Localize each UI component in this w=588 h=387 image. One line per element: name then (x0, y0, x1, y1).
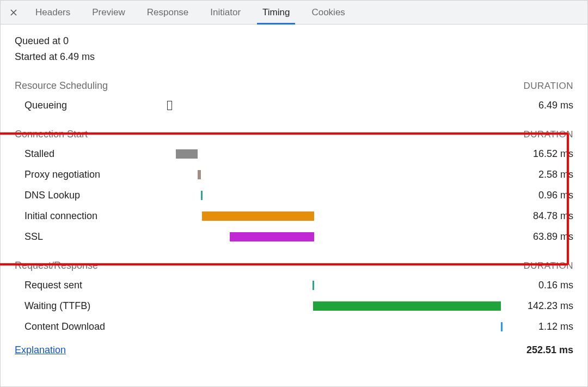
bar-dns (201, 191, 203, 200)
footer-row: Explanation 252.51 ms (15, 344, 573, 356)
section-title: Resource Scheduling (15, 80, 108, 92)
section-header-request-response: Request/Response DURATION (15, 260, 573, 271)
row-label: Proxy negotiation (15, 169, 167, 180)
chart-track (167, 301, 503, 311)
row-value: 2.58 ms (503, 169, 573, 180)
bar-waiting (313, 301, 501, 311)
row-value: 84.78 ms (503, 210, 573, 222)
chart-track (167, 322, 503, 331)
duration-header: DURATION (523, 261, 573, 271)
row-value: 63.89 ms (503, 231, 573, 243)
tab-timing[interactable]: Timing (252, 1, 301, 25)
row-value: 0.96 ms (503, 190, 573, 201)
chart-track (167, 149, 503, 159)
timing-body: Queued at 0 Started at 6.49 ms Resource … (1, 25, 587, 386)
row-value: 1.12 ms (503, 321, 573, 332)
tab-preview[interactable]: Preview (81, 1, 136, 25)
row-label: Waiting (TTFB) (15, 300, 167, 312)
tab-response[interactable]: Response (136, 1, 200, 25)
close-icon[interactable] (6, 5, 21, 20)
tab-headers[interactable]: Headers (24, 1, 81, 25)
bar-queueing (167, 101, 172, 110)
network-timing-panel: Headers Preview Response Initiator Timin… (0, 0, 588, 387)
tab-cookies[interactable]: Cookies (301, 1, 356, 25)
chart-track (167, 101, 503, 110)
row-label: Request sent (15, 280, 167, 291)
bar-content-download (501, 322, 503, 331)
row-proxy-negotiation: Proxy negotiation 2.58 ms (15, 164, 573, 185)
started-at-text: Started at 6.49 ms (15, 51, 573, 63)
section-title: Connection Start (15, 129, 88, 140)
row-label: Content Download (15, 321, 167, 332)
row-value: 0.16 ms (503, 280, 573, 291)
duration-header: DURATION (523, 81, 573, 92)
queued-at-text: Queued at 0 (15, 35, 573, 47)
row-label: Initial connection (15, 210, 167, 222)
chart-track (167, 170, 503, 179)
row-dns-lookup: DNS Lookup 0.96 ms (15, 185, 573, 205)
chart-track (167, 191, 503, 200)
row-waiting-ttfb: Waiting (TTFB) 142.23 ms (15, 295, 573, 316)
row-stalled: Stalled 16.52 ms (15, 143, 573, 164)
bar-stalled (176, 149, 198, 159)
chart-track (167, 232, 503, 241)
row-initial-connection: Initial connection 84.78 ms (15, 205, 573, 226)
section-header-connection-start: Connection Start DURATION (15, 129, 573, 140)
row-ssl: SSL 63.89 ms (15, 226, 573, 247)
chart-track (167, 211, 503, 221)
chart-track (167, 281, 503, 290)
explanation-link[interactable]: Explanation (15, 344, 66, 356)
row-request-sent: Request sent 0.16 ms (15, 275, 573, 295)
bar-proxy (198, 170, 201, 179)
row-queueing: Queueing 6.49 ms (15, 95, 573, 116)
row-label: DNS Lookup (15, 190, 167, 201)
tab-initiator[interactable]: Initiator (199, 1, 252, 25)
row-value: 16.52 ms (503, 148, 573, 160)
bar-request-sent (313, 281, 314, 290)
row-label: SSL (15, 231, 167, 243)
bar-initial-connection (202, 211, 314, 221)
total-duration: 252.51 ms (526, 344, 573, 356)
row-label: Stalled (15, 148, 167, 160)
row-value: 142.23 ms (503, 300, 573, 312)
section-header-resource-scheduling: Resource Scheduling DURATION (15, 80, 573, 92)
bar-ssl (230, 232, 314, 241)
row-content-download: Content Download 1.12 ms (15, 316, 573, 337)
duration-header: DURATION (523, 129, 573, 140)
row-label: Queueing (15, 100, 167, 111)
tab-bar: Headers Preview Response Initiator Timin… (1, 1, 587, 25)
section-title: Request/Response (15, 260, 98, 271)
row-value: 6.49 ms (503, 100, 573, 111)
